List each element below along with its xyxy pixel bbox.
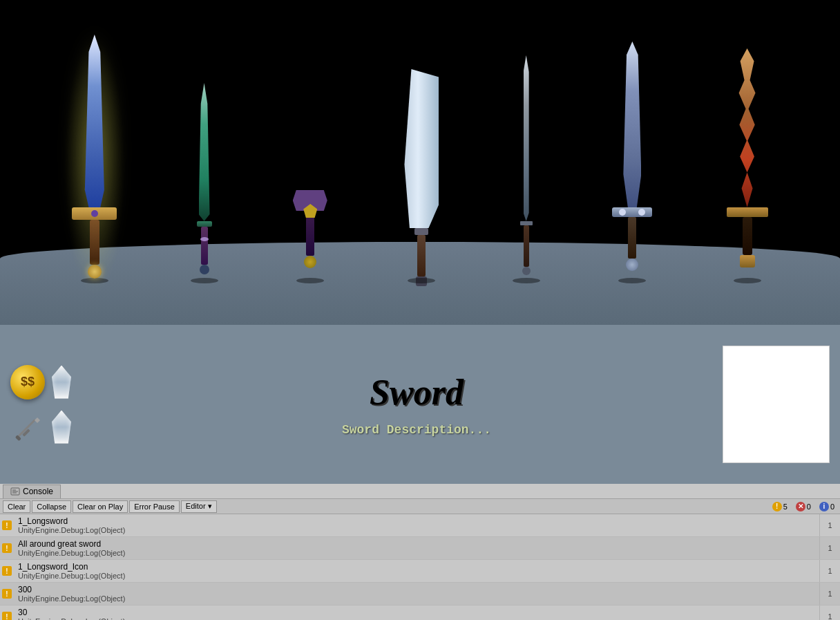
error-badge-icon: ✕ (796, 502, 805, 511)
log-sub-text: UnityEngine.Debug:Log(Object) (18, 594, 815, 603)
sword-1-longsword (70, 35, 119, 283)
sword-guard (414, 228, 428, 235)
clear-on-play-button[interactable]: Clear on Play (73, 500, 128, 513)
console-tab[interactable]: Console (3, 485, 61, 498)
log-text-col: 1_Longsword UnityEngine.Debug:Log(Object… (14, 514, 819, 536)
sword-small-icon (10, 410, 45, 444)
sword-guard (72, 207, 117, 220)
warn-count: 5 (783, 502, 788, 511)
sword-5-needle (513, 55, 540, 283)
item-preview-panel (723, 346, 830, 463)
sword-cleaver-model (403, 69, 441, 276)
log-warn-icon: ! (2, 566, 12, 576)
sword-pommel (626, 259, 638, 271)
log-entry-4[interactable]: ! 30 UnityEngine.Debug:Log(Object) 1 (0, 605, 840, 620)
sword-pommel (304, 256, 316, 268)
console-toolbar: Clear Collapse Clear on Play Error Pause… (0, 499, 840, 514)
sword-shadow (296, 278, 324, 283)
sword-guard (612, 207, 652, 217)
sword-display (35, 21, 805, 283)
log-warn-icon: ! (2, 543, 12, 553)
sword-handle (524, 225, 529, 267)
log-count: 1 (819, 560, 840, 582)
editor-dropdown-button[interactable]: Editor ▾ (181, 500, 217, 513)
error-pause-button[interactable]: Error Pause (129, 500, 180, 513)
sword-blade (302, 41, 318, 187)
sword-longsword-model (70, 35, 119, 276)
sword-guard (197, 221, 212, 227)
currency-row: $$ (10, 365, 100, 400)
sword-title: Sword (370, 372, 464, 413)
console-log[interactable]: ! 1_Longsword UnityEngine.Debug:Log(Obje… (0, 514, 840, 620)
log-entry-0[interactable]: ! 1_Longsword UnityEngine.Debug:Log(Obje… (0, 514, 840, 537)
log-icon-col: ! (0, 583, 14, 605)
warn-badge-icon: ! (772, 502, 782, 511)
sword-shadow (191, 278, 218, 283)
sword-blade (404, 69, 439, 228)
sword-blade (623, 41, 641, 207)
sword-6-silver (611, 41, 653, 283)
log-main-text: 1_Longsword (18, 516, 815, 526)
left-icons: $$ (0, 355, 111, 455)
error-badge: ✕ 0 (793, 501, 814, 512)
log-entry-1[interactable]: ! All around great sword UnityEngine.Deb… (0, 537, 840, 560)
sword-purple-model (289, 41, 331, 276)
console-tab-icon (10, 487, 20, 496)
info-badge: i 0 (817, 501, 837, 512)
sword-svg-icon (12, 412, 43, 442)
gem-icon (52, 366, 71, 399)
info-count: 0 (830, 502, 834, 511)
sword-shadow (618, 278, 646, 283)
sword-pommel (200, 265, 209, 274)
sword-handle (417, 235, 426, 276)
log-sub-text: UnityEngine.Debug:Log(Object) (18, 549, 815, 557)
sword-needle-model (516, 55, 537, 276)
sword-blade (524, 55, 529, 221)
log-icon-col: ! (0, 605, 14, 620)
sword-guard (727, 207, 768, 217)
log-text-col: All around great sword UnityEngine.Debug… (14, 537, 819, 559)
sword-3-purple (289, 41, 331, 283)
sword-shadow (81, 278, 108, 283)
sword-pommel (88, 265, 102, 279)
sword-2-teal (191, 83, 218, 283)
log-entry-2[interactable]: ! 1_Longsword_Icon UnityEngine.Debug:Log… (0, 560, 840, 583)
log-sub-text: UnityEngine.Debug:Log(Object) (18, 617, 815, 620)
sword-handle (90, 220, 99, 265)
gem-icon-2 (52, 411, 71, 444)
sword-ornament (292, 187, 330, 214)
sword-blade (199, 83, 210, 221)
info-badge-icon: i (819, 502, 829, 511)
game-viewport (0, 0, 840, 325)
log-warn-icon: ! (2, 520, 12, 530)
log-warn-icon: ! (2, 589, 12, 599)
log-icon-col: ! (0, 514, 14, 536)
log-count: 1 (819, 537, 840, 559)
log-main-text: All around great sword (18, 539, 815, 549)
log-count: 1 (819, 583, 840, 605)
sword-blade (85, 35, 104, 207)
sword-pommel (522, 267, 531, 275)
console-right-icons: ! 5 ✕ 0 i 0 (770, 501, 837, 512)
svg-marker-1 (35, 417, 40, 423)
log-sub-text: UnityEngine.Debug:Log(Object) (18, 526, 815, 534)
log-main-text: 300 (18, 585, 815, 594)
clear-button[interactable]: Clear (3, 500, 30, 513)
log-text-col: 1_Longsword_Icon UnityEngine.Debug:Log(O… (14, 560, 819, 582)
log-sub-text: UnityEngine.Debug:Log(Object) (18, 572, 815, 580)
log-entry-3[interactable]: ! 300 UnityEngine.Debug:Log(Object) 1 (0, 583, 840, 605)
sword-7-jagged (725, 48, 770, 283)
editor-button-label: Editor ▾ (186, 502, 212, 511)
sword-handle (201, 227, 208, 265)
ui-panel: $$ Sword Sword Description... (0, 325, 840, 484)
sword-jagged-model (725, 48, 770, 276)
log-count: 1 (819, 514, 840, 536)
error-count: 0 (807, 502, 811, 511)
log-main-text: 30 (18, 608, 815, 617)
collapse-button[interactable]: Collapse (32, 500, 71, 513)
console-header: Console (0, 484, 840, 499)
log-text-col: 300 UnityEngine.Debug:Log(Object) (14, 583, 819, 605)
sword-handle (628, 217, 636, 259)
log-icon-col: ! (0, 537, 14, 559)
sword-handle (743, 217, 752, 255)
